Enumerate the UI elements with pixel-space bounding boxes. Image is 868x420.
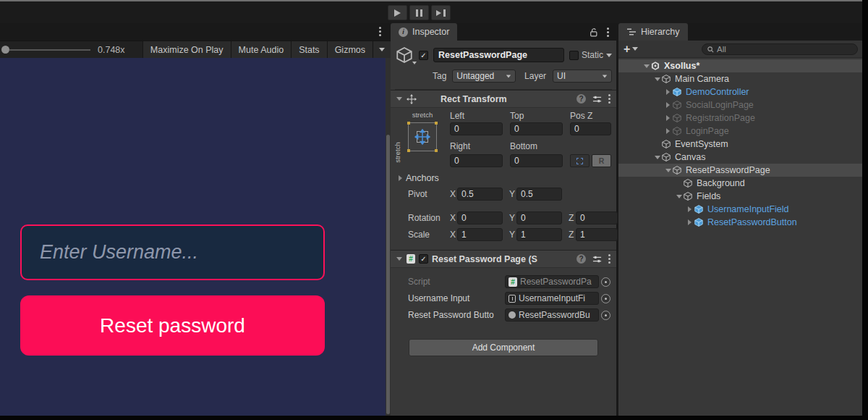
hierarchy-item-democontroller[interactable]: DemoController bbox=[618, 85, 862, 98]
foldout-arrow[interactable] bbox=[664, 114, 672, 122]
reset-password-button[interactable]: Reset password bbox=[20, 295, 325, 356]
hierarchy-item-main-camera[interactable]: Main Camera bbox=[618, 72, 862, 85]
hierarchy-search-input[interactable]: All bbox=[702, 43, 858, 55]
pivot-y-field[interactable]: 0.5 bbox=[516, 188, 562, 201]
foldout-arrow[interactable] bbox=[675, 193, 683, 200]
tag-label: Tag bbox=[433, 71, 452, 81]
foldout-arrow[interactable] bbox=[664, 167, 672, 174]
tab-inspector[interactable]: Inspector bbox=[391, 23, 457, 41]
object-picker-icon[interactable] bbox=[601, 277, 610, 287]
rotation-y-field[interactable]: 0 bbox=[516, 211, 562, 224]
object-picker-icon[interactable] bbox=[601, 294, 610, 303]
gameobject-name-field[interactable]: ResetPasswordPage bbox=[433, 48, 564, 62]
posz-field[interactable]: 0 bbox=[570, 122, 611, 135]
gameobject-icon bbox=[661, 152, 672, 162]
foldout-arrow[interactable] bbox=[664, 88, 672, 96]
hierarchy-item-background[interactable]: Background bbox=[618, 177, 862, 190]
create-object-button[interactable] bbox=[624, 43, 638, 56]
bottom-field[interactable]: 0 bbox=[510, 154, 563, 167]
foldout-arrow[interactable] bbox=[664, 101, 672, 109]
foldout-arrow[interactable] bbox=[686, 219, 694, 226]
top-field[interactable]: 0 bbox=[510, 122, 563, 135]
step-button[interactable] bbox=[431, 5, 451, 20]
game-panel-menu-icon[interactable] bbox=[379, 27, 381, 36]
game-vertical-scrollbar[interactable] bbox=[386, 58, 391, 416]
pause-button[interactable] bbox=[409, 5, 429, 20]
search-filter-value: All bbox=[717, 45, 726, 54]
anchors-foldout[interactable]: Anchors bbox=[396, 173, 439, 183]
gizmos-button[interactable]: Gizmos bbox=[327, 41, 373, 59]
hierarchy-item-resetpasswordbutton[interactable]: ResetPasswordButton bbox=[618, 216, 862, 229]
username-input-reference-field[interactable]: UsernameInputFi bbox=[505, 292, 599, 305]
gameobject-cube-icon[interactable] bbox=[395, 46, 414, 64]
stats-button[interactable]: Stats bbox=[291, 41, 327, 59]
reset-password-button-reference-field[interactable]: ResetPasswordBu bbox=[505, 308, 599, 322]
maximize-on-play-button[interactable]: Maximize On Play bbox=[142, 41, 231, 59]
raw-edit-mode-button[interactable]: R bbox=[592, 154, 611, 167]
mute-audio-button[interactable]: Mute Audio bbox=[231, 41, 292, 59]
scale-slider-track[interactable] bbox=[9, 49, 90, 51]
pivot-x-field[interactable]: 0.5 bbox=[457, 188, 503, 201]
bottom-label: Bottom bbox=[510, 141, 537, 151]
presets-icon[interactable] bbox=[592, 95, 602, 104]
foldout-arrow[interactable] bbox=[653, 75, 661, 83]
foldout-arrow[interactable] bbox=[653, 154, 661, 161]
tag-dropdown[interactable]: Untagged bbox=[452, 70, 516, 83]
scrollbar-thumb[interactable] bbox=[386, 135, 390, 414]
tab-hierarchy[interactable]: Hierarchy bbox=[618, 23, 688, 41]
foldout-arrow[interactable] bbox=[664, 127, 672, 135]
scale-z-field[interactable]: 1 bbox=[576, 228, 618, 241]
left-field[interactable]: 0 bbox=[450, 122, 503, 135]
rotation-label: Rotation bbox=[408, 213, 450, 223]
object-picker-icon[interactable] bbox=[601, 311, 610, 320]
lock-icon[interactable] bbox=[589, 28, 598, 37]
foldout-arrow[interactable] bbox=[395, 256, 403, 263]
rect-transform-header[interactable]: Rect Transform bbox=[391, 90, 616, 108]
active-checkbox[interactable] bbox=[419, 51, 428, 60]
hierarchy-item-resetpasswordpage[interactable]: ResetPasswordPage bbox=[618, 164, 862, 177]
rotation-x-field[interactable]: 0 bbox=[457, 211, 503, 224]
foldout-arrow[interactable] bbox=[686, 206, 694, 213]
add-component-button[interactable]: Add Component bbox=[409, 339, 598, 356]
script-component-header[interactable]: Reset Password Page (S bbox=[391, 250, 616, 268]
component-menu-icon[interactable] bbox=[608, 94, 610, 104]
foldout-arrow[interactable] bbox=[642, 62, 650, 70]
help-icon[interactable] bbox=[576, 94, 586, 104]
unity-editor-window: 0.748x Maximize On Play Mute Audio Stats… bbox=[0, 0, 868, 420]
hierarchy-item-registrationpage[interactable]: RegistrationPage bbox=[618, 112, 862, 125]
presets-icon[interactable] bbox=[592, 255, 602, 264]
foldout-arrow[interactable] bbox=[395, 96, 403, 103]
anchor-preset-widget[interactable] bbox=[408, 122, 437, 151]
help-icon[interactable] bbox=[576, 254, 586, 264]
chevron-down-icon bbox=[379, 48, 385, 51]
script-component-title: Reset Password Page (S bbox=[432, 254, 537, 264]
blueprint-mode-button[interactable] bbox=[570, 154, 590, 167]
hierarchy-item-loginpage[interactable]: LoginPage bbox=[618, 125, 862, 138]
hierarchy-item-socialloginpage[interactable]: SocialLoginPage bbox=[618, 98, 862, 112]
gizmos-dropdown[interactable] bbox=[373, 41, 391, 59]
hierarchy-item-scene[interactable]: Xsollus* bbox=[618, 59, 862, 72]
play-button[interactable] bbox=[388, 5, 407, 20]
static-checkbox[interactable] bbox=[569, 51, 579, 60]
script-reference-field[interactable]: ResetPasswordPa bbox=[505, 275, 599, 288]
username-input-field[interactable]: Enter Username... bbox=[20, 224, 325, 280]
scale-x-field[interactable]: 1 bbox=[457, 228, 503, 241]
component-menu-icon[interactable] bbox=[608, 254, 610, 264]
scale-y-field[interactable]: 1 bbox=[516, 228, 562, 241]
hierarchy-item-usernameinputfield[interactable]: UsernameInputField bbox=[618, 203, 862, 216]
static-dropdown-icon[interactable] bbox=[606, 54, 612, 57]
rotation-z-field[interactable]: 0 bbox=[576, 211, 618, 224]
hierarchy-tab-label: Hierarchy bbox=[641, 27, 680, 37]
hierarchy-item-canvas[interactable]: Canvas bbox=[618, 151, 862, 164]
foldout-arrow[interactable] bbox=[396, 175, 404, 182]
rotation-row: Rotation X 0 Y 0 Z 0 bbox=[408, 211, 618, 224]
scale-slider-handle[interactable] bbox=[1, 46, 9, 54]
hierarchy-item-fields[interactable]: Fields bbox=[618, 190, 862, 203]
component-enabled-checkbox[interactable] bbox=[419, 254, 428, 264]
inspector-menu-icon[interactable] bbox=[607, 28, 609, 37]
layer-dropdown[interactable]: UI bbox=[553, 70, 612, 83]
right-field[interactable]: 0 bbox=[450, 154, 503, 167]
hierarchy-item-eventsystem[interactable]: EventSystem bbox=[618, 138, 862, 151]
gameobject-icon bbox=[672, 113, 683, 123]
play-icon bbox=[394, 9, 401, 17]
